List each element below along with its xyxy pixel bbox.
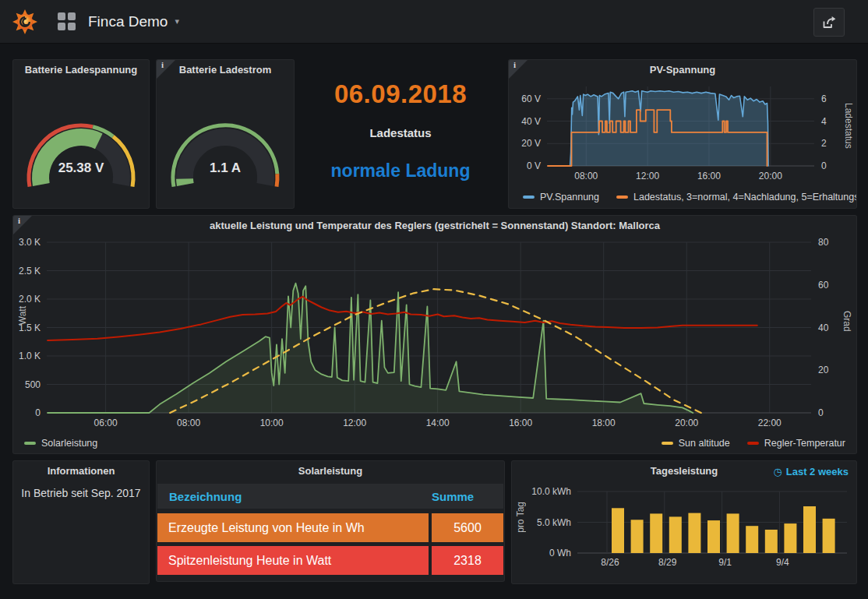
svg-text:12:00: 12:00 — [343, 418, 366, 428]
svg-text:1.0 K: 1.0 K — [19, 351, 41, 361]
svg-text:9/4: 9/4 — [776, 557, 789, 568]
panel-solarleistung-table: Solarleistung Bezeichnung Summe Erzeugte… — [156, 460, 505, 582]
svg-text:0 V: 0 V — [527, 160, 541, 171]
panel-title[interactable]: Batterie Ladestrom — [157, 60, 294, 79]
svg-text:80: 80 — [818, 237, 829, 248]
table-cell-value: 5600 — [432, 513, 503, 542]
legend-item-pv-spannung[interactable]: PV.Spannung — [523, 192, 599, 203]
svg-text:2.5 K: 2.5 K — [19, 266, 41, 277]
tagesleistung-chart[interactable]: 0 Wh5.0 kWh10.0 kWh8/268/299/19/4 — [512, 484, 855, 569]
svg-text:22:00: 22:00 — [758, 418, 782, 428]
share-icon — [821, 16, 837, 30]
table-cell-label: Erzeugte Leistung von Heute in Wh — [157, 513, 429, 542]
leistung-temperatur-chart[interactable]: 06:0008:0010:0012:0014:0016:0018:0020:00… — [13, 234, 856, 431]
legend-swatch — [662, 442, 673, 445]
svg-text:20 V: 20 V — [521, 138, 541, 149]
svg-text:9/1: 9/1 — [718, 557, 732, 568]
svg-text:20: 20 — [818, 365, 829, 375]
y2-axis-label: Grad — [842, 311, 852, 332]
share-button[interactable] — [813, 8, 845, 37]
panel-title[interactable]: PV-Spannung — [509, 60, 856, 79]
svg-text:20:00: 20:00 — [675, 418, 698, 428]
legend-swatch — [24, 442, 36, 445]
panel-batterie-ladestrom: i Batterie Ladestrom 1.1 A — [156, 59, 295, 209]
ladestatus-label: Ladestatus — [301, 126, 500, 139]
panel-tagesleistung: Tagesleistung ◷ Last 2 weeks 0 Wh5.0 kWh… — [511, 460, 857, 584]
svg-text:500: 500 — [25, 379, 41, 390]
svg-text:0 Wh: 0 Wh — [549, 548, 571, 558]
svg-text:0: 0 — [35, 407, 41, 418]
svg-text:40 V: 40 V — [521, 116, 541, 127]
svg-text:18:00: 18:00 — [592, 418, 616, 428]
svg-text:06:00: 06:00 — [94, 418, 118, 428]
table-header-row: Bezeichnung Summe — [157, 484, 503, 509]
legend-item-sun-altitude[interactable]: Sun altitude — [662, 438, 730, 449]
svg-text:0: 0 — [818, 407, 824, 418]
pv-spannung-chart[interactable]: 08:0012:0016:0020:000 V20 V40 V60 V0246 — [509, 79, 856, 196]
dashboard-picker-icon[interactable] — [58, 12, 76, 30]
panel-title[interactable]: Batterie Ladespannung — [13, 60, 149, 79]
svg-text:08:00: 08:00 — [574, 171, 598, 181]
caret-down-icon: ▾ — [175, 16, 179, 26]
y2-axis-label: Ladestatus — [843, 103, 854, 149]
main-legend: Solarleistung Sun altitude Regler-Temper… — [24, 438, 845, 449]
svg-text:20:00: 20:00 — [759, 171, 782, 181]
legend-item-regler-temperatur[interactable]: Regler-Temperatur — [747, 438, 845, 449]
table-row: Spitzenleistung Heute in Watt 2318 — [157, 546, 503, 575]
gauge-ladespannung: 25.38 V — [23, 97, 139, 189]
svg-text:5.0 kWh: 5.0 kWh — [537, 517, 571, 528]
legend-item-solarleistung[interactable]: Solarleistung — [24, 438, 97, 449]
svg-text:2.0 K: 2.0 K — [19, 294, 41, 305]
time-range-picker[interactable]: ◷ Last 2 weeks — [773, 466, 849, 477]
svg-text:10.0 kWh: 10.0 kWh — [531, 486, 571, 497]
column-header-bezeichnung[interactable]: Bezeichnung — [157, 490, 422, 503]
panel-info-icon[interactable]: i — [157, 60, 175, 79]
grafana-logo-icon[interactable] — [12, 9, 37, 34]
legend-swatch — [523, 196, 535, 199]
svg-text:10:00: 10:00 — [260, 418, 284, 428]
svg-text:08:00: 08:00 — [177, 418, 200, 428]
svg-text:16:00: 16:00 — [509, 418, 532, 428]
y-axis-label: pro Tag — [515, 502, 526, 533]
navbar: Finca Demo ▾ — [0, 0, 868, 44]
y-axis-label: Watt — [17, 306, 28, 325]
ladestatus-value: normale Ladung — [301, 160, 500, 181]
svg-text:3.0 K: 3.0 K — [19, 237, 41, 248]
column-header-summe[interactable]: Summe — [422, 490, 503, 503]
panel-title[interactable]: aktuelle Leistung und Temperatur des Reg… — [13, 216, 856, 234]
panel-title[interactable]: Solarleistung — [157, 461, 504, 480]
gauge-ladestrom: 1.1 A — [167, 97, 284, 189]
legend-swatch — [616, 196, 628, 199]
grafana-dashboard: Finca Demo ▾ Batterie Ladespannung 25.38… — [0, 0, 868, 599]
svg-text:2: 2 — [821, 138, 827, 149]
dashboard-title-menu[interactable]: Finca Demo ▾ — [88, 13, 179, 30]
panel-title[interactable]: Informationen — [13, 461, 149, 480]
svg-text:60 V: 60 V — [521, 93, 541, 104]
clock-icon: ◷ — [773, 466, 782, 477]
svg-text:8/26: 8/26 — [601, 557, 619, 568]
panel-info-icon[interactable]: i — [13, 216, 32, 234]
svg-text:6: 6 — [821, 93, 827, 104]
time-range-label: Last 2 weeks — [786, 466, 849, 477]
table-cell-value: 2318 — [432, 546, 503, 575]
legend-item-ladestatus[interactable]: Ladestatus, 3=normal, 4=Nachladung, 5=Er… — [616, 192, 857, 203]
svg-text:1.1 A: 1.1 A — [210, 160, 241, 175]
panel-info-icon[interactable]: i — [509, 60, 528, 79]
table-cell-label: Spitzenleistung Heute in Watt — [157, 546, 429, 575]
panel-informationen: Informationen In Betrieb seit Sep. 2017 — [12, 460, 150, 584]
svg-text:4: 4 — [821, 116, 827, 127]
table-row: Erzeugte Leistung von Heute in Wh 5600 — [157, 513, 503, 542]
panel-leistung-temperatur: i aktuelle Leistung und Temperatur des R… — [12, 215, 857, 454]
svg-text:14:00: 14:00 — [426, 418, 450, 428]
legend-right-group: Sun altitude Regler-Temperatur — [662, 438, 845, 449]
svg-text:60: 60 — [818, 280, 829, 291]
current-date: 06.09.2018 — [301, 79, 500, 109]
svg-text:8/29: 8/29 — [658, 557, 677, 568]
panel-pv-spannung: i PV-Spannung 08:0012:0016:0020:000 V20 … — [508, 59, 857, 209]
svg-text:16:00: 16:00 — [697, 171, 721, 181]
legend-swatch — [747, 442, 759, 445]
svg-text:0: 0 — [821, 160, 827, 171]
dashboard-title: Finca Demo — [88, 13, 168, 30]
svg-text:25.38 V: 25.38 V — [58, 160, 104, 175]
panel-ladestatus: 06.09.2018 Ladestatus normale Ladung — [301, 59, 500, 207]
